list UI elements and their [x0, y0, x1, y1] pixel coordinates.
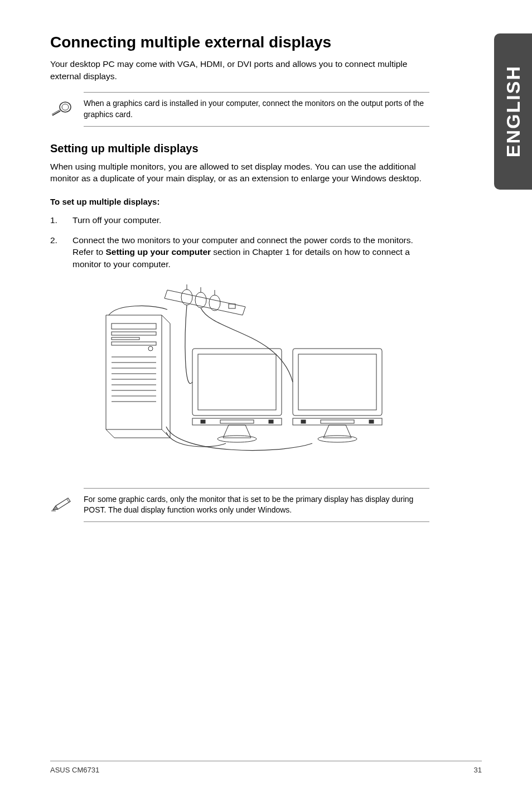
- note-box-1: When a graphics card is installed in you…: [50, 92, 429, 126]
- step-2-num: 2.: [50, 234, 72, 270]
- step-1-num: 1.: [50, 214, 72, 226]
- svg-rect-36: [293, 418, 382, 425]
- svg-rect-30: [201, 420, 205, 423]
- svg-point-33: [217, 436, 257, 442]
- svg-rect-14: [112, 332, 156, 335]
- svg-rect-15: [112, 337, 139, 340]
- steps-list: 1. Turn off your computer. 2. Connect th…: [50, 214, 429, 270]
- svg-rect-39: [321, 420, 354, 423]
- svg-rect-37: [301, 420, 306, 423]
- note-1-text: When a graphics card is installed in you…: [84, 92, 429, 126]
- section-paragraph: When using multiple monitors, you are al…: [50, 161, 429, 185]
- magnifier-icon: [50, 92, 78, 119]
- language-tab-text: ENGLISH: [502, 65, 524, 157]
- footer-left: ASUS CM6731: [50, 766, 99, 774]
- svg-rect-31: [269, 420, 273, 423]
- svg-rect-13: [112, 323, 156, 329]
- sub-heading: Setting up multiple displays: [50, 142, 429, 155]
- steps-title: To set up multiple displays:: [50, 197, 429, 206]
- step-1-text: Turn off your computer.: [72, 214, 429, 226]
- step-2: 2. Connect the two monitors to your comp…: [50, 234, 429, 270]
- svg-rect-27: [192, 349, 282, 416]
- svg-rect-29: [192, 418, 282, 425]
- page-footer: ASUS CM6731 31: [50, 761, 482, 774]
- svg-rect-16: [112, 342, 156, 345]
- svg-point-0: [60, 102, 71, 112]
- pencil-icon: [50, 488, 78, 515]
- note-box-2: For some graphic cards, only the monitor…: [50, 488, 429, 522]
- intro-paragraph: Your desktop PC may come with VGA, HDMI,…: [50, 58, 429, 82]
- svg-line-12: [162, 315, 170, 323]
- step-1: 1. Turn off your computer.: [50, 214, 429, 226]
- page-content: Connecting multiple external displays Yo…: [0, 0, 480, 566]
- svg-point-17: [148, 346, 153, 351]
- note-2-text: For some graphic cards, only the monitor…: [84, 488, 429, 522]
- svg-point-40: [318, 436, 357, 442]
- svg-point-2: [181, 289, 192, 305]
- step-2-text: Connect the two monitors to your compute…: [72, 234, 429, 270]
- svg-rect-38: [369, 420, 374, 423]
- svg-point-3: [195, 292, 206, 308]
- setup-illustration: [50, 282, 429, 466]
- main-heading: Connecting multiple external displays: [50, 33, 429, 51]
- language-tab: ENGLISH: [494, 33, 532, 190]
- svg-rect-35: [298, 354, 376, 410]
- svg-rect-32: [220, 420, 254, 423]
- svg-rect-34: [293, 349, 382, 416]
- footer-page-number: 31: [474, 766, 482, 774]
- svg-rect-28: [198, 354, 276, 410]
- svg-point-1: [62, 104, 69, 110]
- svg-point-4: [209, 295, 220, 311]
